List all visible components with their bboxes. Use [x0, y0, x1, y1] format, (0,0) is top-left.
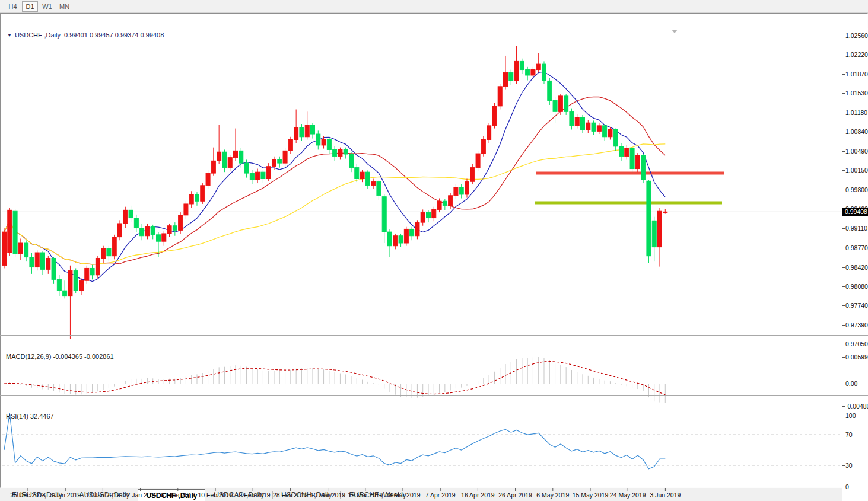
rsi-axis-label: 30	[845, 462, 853, 469]
axis-tick	[842, 344, 845, 344]
axis-tick	[842, 190, 845, 190]
chart-window: ▼USDCHF-,Daily 0.99401 0.99457 0.99374 0…	[0, 13, 868, 488]
current-price-tag: 0.99408	[842, 208, 868, 216]
price-axis-label: 0.99800	[845, 186, 868, 193]
ohlc-low: 0.99374	[115, 31, 139, 39]
axis-tick	[842, 416, 845, 416]
price-axis-label: 0.97740	[845, 302, 868, 309]
time-axis-label: 10 Feb 2019	[198, 492, 233, 499]
price-axis-label: 1.02220	[845, 51, 868, 58]
axis-tick	[842, 228, 845, 229]
time-axis-border	[0, 474, 868, 474]
time-axis-label: 16 Apr 2019	[461, 492, 495, 499]
price-axis-label: 1.00490	[845, 148, 868, 155]
macd-axis-label: -0.004858	[845, 403, 868, 410]
chart-symbol-label: USDCHF-,Daily	[15, 31, 61, 39]
axis-tick	[842, 248, 845, 248]
axis-tick	[842, 74, 845, 75]
time-axis-label: 22 Jan 2019	[123, 492, 158, 499]
timeframe-button-w1[interactable]: W1	[39, 1, 55, 12]
time-axis-label: 3 Jun 2019	[650, 492, 681, 499]
axis-tick	[842, 93, 845, 94]
axis-tick	[842, 435, 845, 435]
indicator-list-arrow-icon: ▼	[7, 33, 12, 38]
price-axis-label: 0.97050	[845, 340, 868, 347]
timeframe-toolbar: H4D1W1MN	[0, 0, 868, 13]
time-axis-label: 26 Apr 2019	[498, 492, 532, 499]
time-axis-label: 13 Jan 2019	[85, 492, 120, 499]
price-axis-label: 0.99110	[845, 225, 867, 232]
macd-axis-label: 0.005999	[845, 353, 868, 360]
time-axis-label: 10 Mar 2019	[310, 492, 345, 499]
axis-tick	[842, 305, 845, 306]
rsi-pane-resize-handle[interactable]	[0, 395, 868, 396]
ohlc-open: 0.99401	[64, 31, 88, 39]
macd-pane-resize-handle[interactable]	[0, 335, 868, 336]
time-axis-label: 28 Mar 2019	[386, 492, 421, 499]
axis-tick	[842, 487, 845, 487]
axis-tick	[842, 465, 845, 466]
axis-tick	[842, 151, 845, 152]
time-axis-label: 24 May 2019	[610, 492, 646, 499]
timeframe-button-mn[interactable]: MN	[56, 1, 72, 12]
toolbar-divider	[75, 2, 75, 11]
price-axis-label: 0.98770	[845, 244, 868, 251]
time-axis-label: 25 Dec 2018	[10, 492, 46, 499]
rsi-axis-label: 0	[845, 483, 849, 490]
axis-tick	[842, 55, 845, 55]
axis-tick	[842, 406, 845, 407]
axis-tick	[842, 267, 845, 268]
axis-tick	[842, 325, 845, 326]
time-axis-label: 19 Mar 2019	[348, 492, 383, 499]
axis-tick	[842, 132, 845, 132]
price-axis-label: 1.00840	[845, 128, 868, 135]
macd-indicator-label: MACD(12,26,9) -0.004365 -0.002861	[6, 353, 114, 360]
chart-canvas[interactable]	[2, 28, 841, 501]
rsi-axis-label: 70	[845, 431, 853, 438]
rsi-indicator-label: RSI(14) 32.4467	[6, 413, 54, 420]
macd-axis-label: 0.00	[845, 380, 857, 387]
time-axis-label: 3 Jan 2019	[50, 492, 81, 499]
price-axis-label: 1.01870	[845, 71, 868, 78]
price-axis-label: 0.98420	[845, 264, 868, 271]
axis-tick	[842, 357, 845, 358]
price-axis: 1.025601.022201.018701.015301.011801.008…	[842, 28, 868, 501]
timeframe-button-h4[interactable]: H4	[5, 1, 21, 12]
time-axis-label: 15 May 2019	[573, 492, 609, 499]
ohlc-high: 0.99457	[90, 31, 113, 39]
axis-tick	[842, 36, 845, 36]
chart-shift-marker-icon[interactable]	[672, 30, 678, 33]
price-axis-label: 1.01530	[845, 90, 868, 97]
axis-tick	[842, 113, 845, 113]
time-axis-label: 19 Feb 2019	[236, 492, 271, 499]
price-axis-label: 0.97390	[845, 321, 868, 328]
axis-tick	[842, 170, 845, 171]
axis-tick	[842, 286, 845, 287]
time-axis-label: 6 May 2019	[536, 492, 569, 499]
time-axis-label: 28 Feb 2019	[273, 492, 308, 499]
time-axis-label: 7 Apr 2019	[425, 492, 456, 499]
price-axis-label: 1.01180	[845, 109, 867, 116]
time-axis-label: 31 Jan 2019	[161, 492, 195, 499]
timeframe-button-d1[interactable]: D1	[22, 1, 38, 12]
rsi-axis-label: 100	[845, 412, 856, 419]
price-axis-label: 0.98080	[845, 283, 868, 290]
price-axis-label: 1.02560	[845, 32, 868, 39]
chart-ohlc-header: ▼USDCHF-,Daily 0.99401 0.99457 0.99374 0…	[7, 31, 164, 39]
ohlc-close: 0.99408	[141, 31, 164, 39]
axis-tick	[842, 384, 845, 384]
price-axis-label: 1.00150	[845, 167, 868, 174]
